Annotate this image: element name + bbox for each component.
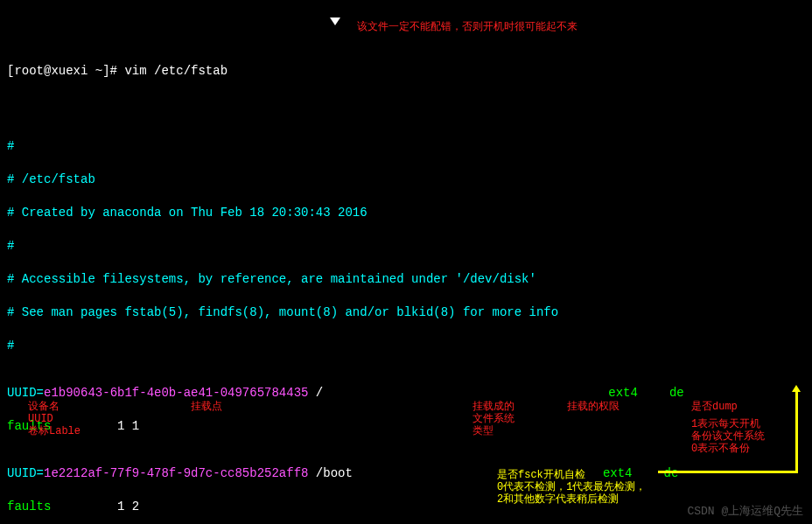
fstab-entry-boot-cont: faults 1 2 xyxy=(7,497,805,516)
label-fsck: 是否fsck开机自检 0代表不检测，1代表最先检测， 2和其他数字代表稍后检测 xyxy=(497,469,646,506)
label-device: 设备名 UUID 卷标Lable xyxy=(28,401,80,437)
comment-blank: # xyxy=(7,336,805,355)
comment-path: # /etc/fstab xyxy=(7,170,805,189)
label-mountpoint: 挂载点 xyxy=(191,401,222,413)
comment-see: # See man pages fstab(5), findfs(8), mou… xyxy=(7,303,805,322)
fstab-entry-root: UUID=e1b90643-6b1f-4e0b-ae41-04976578443… xyxy=(7,383,805,402)
arrow-up-icon xyxy=(795,390,798,471)
comment-accessible: # Accessible filesystems, by reference, … xyxy=(7,269,805,289)
comment-created: # Created by anaconda on Thu Feb 18 20:3… xyxy=(7,203,805,222)
label-fstype: 挂载成的 文件系统 类型 xyxy=(472,401,514,437)
label-dump-desc: 1表示每天开机 备份该文件系统 0表示不备份 xyxy=(691,418,765,455)
comment-blank: # xyxy=(7,236,805,255)
fstab-entry-root-cont: faults 1 1 xyxy=(7,416,805,436)
annotation-top: 该文件一定不能配错，否则开机时很可能起不来 xyxy=(357,21,578,33)
label-permission: 挂载的权限 xyxy=(567,401,620,413)
shell-prompt[interactable]: [root@xuexi ~]# vim /etc/fstab xyxy=(7,61,805,80)
arrow-left-icon xyxy=(658,471,798,473)
label-dump: 是否dump xyxy=(691,401,738,413)
fstab-entry-boot: UUID=1e2212af-77f9-478f-9d7c-cc85b252aff… xyxy=(7,464,805,483)
cursor-icon xyxy=(330,17,340,25)
comment-blank: # xyxy=(7,136,805,156)
watermark: CSDN @上海运维Q先生 xyxy=(687,503,803,519)
